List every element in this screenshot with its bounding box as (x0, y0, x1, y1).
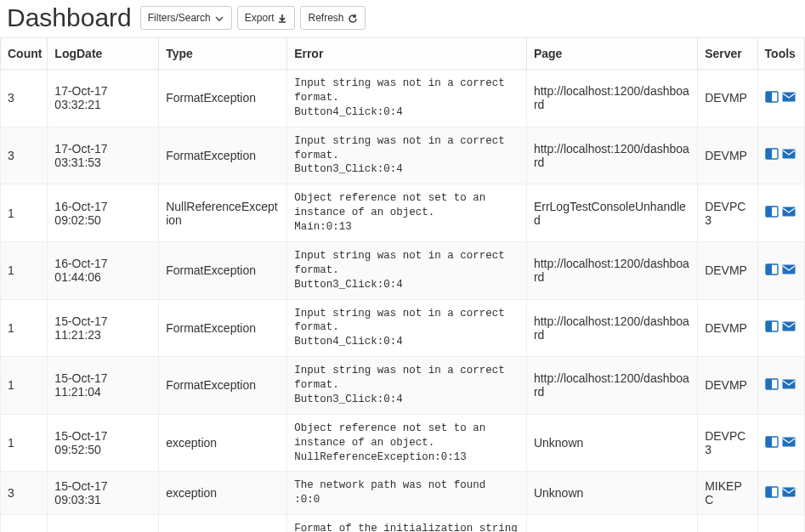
cell-type: FormatException (159, 127, 287, 184)
cell-error: Input string was not in a correct format… (287, 127, 527, 184)
cell-tools (757, 127, 804, 184)
col-tools: Tools (757, 38, 804, 70)
cell-count: 1 (1, 184, 48, 242)
cell-server: MIKEPC (698, 515, 757, 532)
cell-type: FormatException (159, 357, 287, 415)
export-label: Export (245, 10, 275, 25)
cell-count: 3 (1, 472, 48, 515)
cell-type: exception (159, 472, 287, 515)
cell-error: Input string was not in a correct format… (287, 357, 527, 415)
cell-error: Object reference not set to an instance … (287, 184, 527, 242)
svg-rect-10 (766, 264, 772, 274)
mail-icon[interactable] (782, 91, 796, 105)
cell-logdate: 15-Oct-17 09:52:50 (48, 414, 159, 472)
svg-rect-13 (766, 321, 772, 331)
col-count[interactable]: Count (1, 38, 48, 70)
cell-logdate: 16-Oct-17 09:02:50 (48, 184, 159, 242)
detail-icon[interactable] (765, 436, 779, 450)
table-header-row: Count LogDate Type Error Page Server Too… (1, 38, 805, 70)
cell-tools (757, 472, 804, 515)
svg-rect-1 (766, 92, 772, 102)
table-row: 116-Oct-17 09:02:50NullReferenceExceptio… (1, 184, 805, 242)
mail-icon[interactable] (782, 378, 796, 393)
cell-type: exception (159, 414, 287, 472)
cell-page: ErrLogTestConsoleUnhandled (526, 184, 697, 242)
cell-logdate: 16-Oct-17 01:44:06 (48, 241, 159, 299)
table-row: 315-Oct-17 09:03:31exceptionThe network … (1, 472, 805, 515)
detail-icon[interactable] (765, 91, 779, 105)
svg-rect-11 (782, 264, 795, 274)
cell-logdate: 15-Oct-17 09:03:31 (48, 472, 159, 515)
svg-rect-22 (766, 487, 772, 497)
cell-server: MIKEPC (698, 472, 757, 515)
cell-page: http://localhost:1200/dashboard (526, 241, 697, 299)
cell-count: 1 (1, 241, 48, 299)
cell-tools (757, 414, 804, 472)
cell-page: http://localhost:1200/dashboard (526, 299, 697, 357)
cell-logdate: 15-Oct-17 11:21:23 (48, 299, 159, 357)
mail-icon[interactable] (782, 148, 796, 162)
cell-count: 2 (1, 515, 48, 532)
col-logdate[interactable]: LogDate (48, 38, 159, 70)
detail-icon[interactable] (765, 486, 779, 501)
cell-logdate: 17-Oct-17 03:31:53 (48, 127, 159, 184)
cell-error: Input string was not in a correct format… (287, 70, 527, 127)
refresh-button[interactable]: Refresh (300, 6, 365, 30)
cell-server: DEVMP (698, 299, 757, 357)
col-error[interactable]: Error (287, 38, 527, 70)
refresh-label: Refresh (308, 10, 343, 25)
errors-table: Count LogDate Type Error Page Server Too… (0, 37, 805, 532)
download-icon (277, 13, 287, 23)
cell-page: http://localhost:1200/dashboard (526, 127, 697, 184)
cell-logdate: 15-Oct-17 11:21:04 (48, 357, 159, 415)
cell-type: FormatException (159, 70, 287, 127)
detail-icon[interactable] (765, 148, 779, 162)
cell-server: DEVMP (698, 70, 757, 127)
mail-icon[interactable] (782, 436, 796, 450)
cell-type: FormatException (159, 241, 287, 299)
export-button[interactable]: Export (237, 6, 296, 30)
detail-icon[interactable] (765, 263, 779, 278)
cell-error: The network path was not found :0:0 (287, 472, 527, 515)
cell-error: Input string was not in a correct format… (287, 241, 527, 299)
detail-icon[interactable] (765, 320, 779, 335)
col-type[interactable]: Type (159, 38, 287, 70)
col-page[interactable]: Page (526, 38, 697, 70)
cell-server: DEVPC3 (698, 414, 757, 472)
mail-icon[interactable] (782, 320, 796, 335)
cell-count: 3 (1, 70, 48, 127)
header-bar: Dashboard Filters/Search Export Refresh (0, 0, 805, 37)
table-row: 115-Oct-17 11:21:23FormatExceptionInput … (1, 299, 805, 357)
cell-server: DEVMP (698, 241, 757, 299)
detail-icon[interactable] (765, 378, 779, 393)
svg-rect-5 (782, 150, 795, 159)
table-row: 115-Oct-17 11:21:04FormatExceptionInput … (1, 357, 805, 415)
table-row: 317-Oct-17 03:32:21FormatExceptionInput … (1, 70, 805, 127)
cell-tools (757, 299, 804, 357)
cell-page: Unknown (526, 515, 697, 532)
svg-rect-4 (766, 149, 772, 159)
filters-search-button[interactable]: Filters/Search (140, 6, 232, 30)
cell-tools (757, 70, 804, 127)
cell-page: http://localhost:1200/dashboard (526, 357, 697, 415)
mail-icon[interactable] (782, 206, 796, 220)
table-row: 317-Oct-17 03:31:53FormatExceptionInput … (1, 127, 805, 184)
table-row: 215-Oct-17 08:58:33exceptionFormat of th… (1, 515, 805, 532)
svg-rect-14 (782, 322, 795, 331)
cell-logdate: 17-Oct-17 03:32:21 (48, 70, 159, 127)
mail-icon[interactable] (782, 263, 796, 278)
cell-error: Input string was not in a correct format… (287, 299, 527, 357)
cell-error: Object reference not set to an instance … (287, 414, 527, 472)
detail-icon[interactable] (765, 206, 779, 220)
cell-tools (757, 241, 804, 299)
col-server[interactable]: Server (698, 38, 757, 70)
cell-page: Unknown (526, 414, 697, 472)
cell-count: 1 (1, 357, 48, 415)
cell-type: exception (159, 515, 287, 532)
svg-rect-20 (782, 437, 795, 446)
chevron-down-icon (214, 13, 224, 23)
table-row: 115-Oct-17 09:52:50exceptionObject refer… (1, 414, 805, 472)
cell-server: DEVPC3 (698, 184, 757, 242)
mail-icon[interactable] (782, 486, 796, 501)
filters-search-label: Filters/Search (148, 10, 211, 25)
